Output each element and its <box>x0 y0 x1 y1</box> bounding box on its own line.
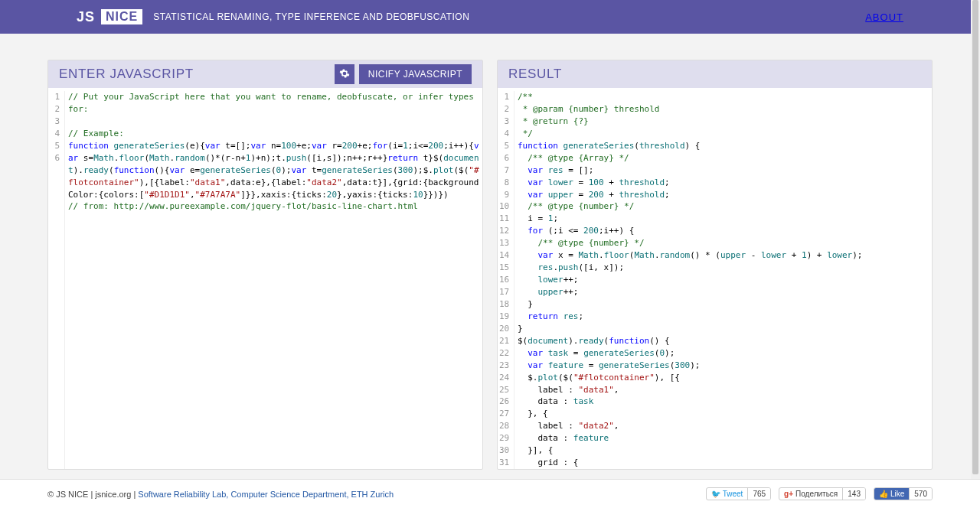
tagline: STATISTICAL RENAMING, TYPE INFERENCE AND… <box>153 11 469 22</box>
footer-left: © JS NICE | jsnice.org | Software Reliab… <box>47 490 394 499</box>
settings-button[interactable] <box>335 64 354 84</box>
input-panel-actions: NICIFY JAVASCRIPT <box>335 64 472 84</box>
input-code-content[interactable]: // Put your JavaScript here that you wan… <box>65 91 482 469</box>
result-panel-header: RESULT <box>498 60 932 88</box>
logo-js: JS <box>77 9 95 25</box>
result-panel: RESULT 123456789101112131415161718192021… <box>497 60 933 470</box>
logo-nice: NICE <box>101 9 142 24</box>
social-buttons: 🐦Tweet 765 g+Поделиться 143 👍Like 570 <box>706 487 933 500</box>
result-panel-title: RESULT <box>508 67 562 82</box>
gplus-icon: g+ <box>784 490 793 498</box>
footer-lab-link[interactable]: Software Reliability Lab, Computer Scien… <box>138 490 394 499</box>
cogs-icon <box>339 68 350 81</box>
input-panel-header: ENTER JAVASCRIPT NICIFY JAVASCRIPT <box>48 60 482 88</box>
copyright-text: © JS NICE | jsnice.org | <box>47 490 138 499</box>
tweet-button[interactable]: 🐦Tweet 765 <box>706 487 771 500</box>
thumbs-up-icon: 👍 <box>879 490 888 498</box>
gplus-button[interactable]: g+Поделиться 143 <box>779 487 866 500</box>
input-code-area[interactable]: 123456 // Put your JavaScript here that … <box>48 88 482 469</box>
tweet-count: 765 <box>747 488 770 500</box>
logo-area: JS NICE STATISTICAL RENAMING, TYPE INFER… <box>77 9 469 25</box>
input-panel-title: ENTER JAVASCRIPT <box>59 67 194 82</box>
result-code-content: /** * @param {number} threshold * @retur… <box>514 91 932 469</box>
result-gutter: 1234567891011121314151617181920212223242… <box>498 91 514 469</box>
gplus-count: 143 <box>842 488 865 500</box>
scrollbar-thumb[interactable] <box>972 0 978 474</box>
about-link[interactable]: ABOUT <box>865 11 903 23</box>
footer: © JS NICE | jsnice.org | Software Reliab… <box>0 479 980 508</box>
twitter-icon: 🐦 <box>711 490 720 498</box>
input-gutter: 123456 <box>48 91 65 469</box>
nicify-button[interactable]: NICIFY JAVASCRIPT <box>359 64 472 84</box>
fb-like-button[interactable]: 👍Like 570 <box>874 487 933 500</box>
result-code-area: 1234567891011121314151617181920212223242… <box>498 88 932 469</box>
input-panel: ENTER JAVASCRIPT NICIFY JAVASCRIPT 12345… <box>47 60 483 470</box>
page-scrollbar[interactable] <box>971 0 980 479</box>
fb-count: 570 <box>909 488 932 500</box>
app-header: JS NICE STATISTICAL RENAMING, TYPE INFER… <box>0 0 980 34</box>
main-area: ENTER JAVASCRIPT NICIFY JAVASCRIPT 12345… <box>0 34 980 470</box>
